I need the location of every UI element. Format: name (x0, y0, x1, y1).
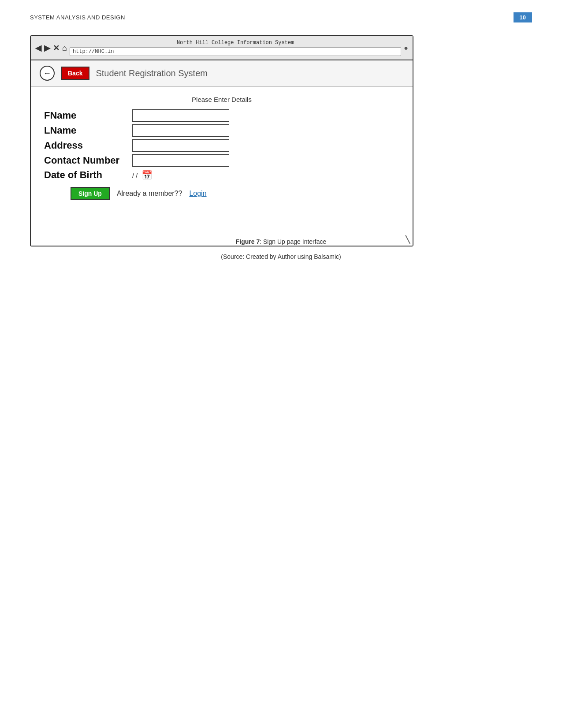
form-subtitle: Please Enter Details (44, 96, 399, 103)
dob-label: Date of Birth (44, 169, 132, 181)
lname-label: LName (44, 125, 132, 136)
document-title: SYSTEM ANALYSIS AND DESIGN (30, 14, 125, 21)
address-input[interactable] (132, 139, 229, 152)
contact-label: Contact Number (44, 155, 132, 166)
login-link[interactable]: Login (189, 190, 206, 198)
lname-row: LName (44, 124, 399, 137)
page-number: 10 (514, 12, 532, 22)
figure-caption: Figure 7: Sign Up page Interface (Source… (30, 238, 532, 260)
contact-row: Contact Number (44, 154, 399, 167)
fname-input[interactable] (132, 109, 229, 122)
contact-input[interactable] (132, 154, 229, 167)
fname-label: FName (44, 110, 132, 121)
browser-mockup: ◀ ▶ ✕ ⌂ North Hill College Information S… (30, 35, 413, 246)
browser-content: ← Back Student Registration System Pleas… (31, 60, 413, 246)
url-bar[interactable] (70, 47, 401, 56)
browser-search-icon[interactable]: ● (404, 44, 408, 52)
address-label: Address (44, 140, 132, 151)
calendar-icon[interactable]: 📅 (141, 170, 153, 180)
figure-caption-source: (Source: Created by Author using Balsami… (30, 253, 532, 260)
figure-caption-text: : Sign Up page Interface (260, 238, 326, 245)
fname-row: FName (44, 109, 399, 122)
lname-input[interactable] (132, 124, 229, 137)
address-row: Address (44, 139, 399, 152)
forward-nav-button[interactable]: ▶ (44, 44, 50, 52)
back-arrow-circle[interactable]: ← (40, 66, 55, 81)
signup-button[interactable]: Sign Up (71, 187, 110, 200)
figure-bold: Figure 7 (236, 238, 260, 245)
back-nav-button[interactable]: ◀ (35, 44, 41, 52)
browser-page-title: North Hill College Information System (177, 40, 294, 46)
figure-caption-main: Figure 7: Sign Up page Interface (30, 238, 532, 245)
browser-toolbar: ◀ ▶ ✕ ⌂ North Hill College Information S… (31, 36, 413, 60)
page-header: SYSTEM ANALYSIS AND DESIGN 10 (30, 12, 532, 22)
home-nav-button[interactable]: ⌂ (62, 44, 67, 52)
form-area: Please Enter Details FName LName Address… (31, 87, 413, 213)
browser-title-bar: North Hill College Information System (70, 40, 401, 56)
member-text: Already a member?? (117, 190, 182, 198)
app-title: Student Registration System (96, 68, 207, 78)
back-button[interactable]: Back (61, 67, 89, 80)
dob-row: Date of Birth / / 📅 (44, 169, 399, 181)
form-bottom-row: Sign Up Already a member?? Login (44, 187, 399, 200)
app-header: ← Back Student Registration System (31, 60, 413, 87)
close-nav-button[interactable]: ✕ (53, 44, 60, 52)
dob-field: / / 📅 (132, 170, 153, 180)
dob-value: / / (132, 172, 138, 179)
